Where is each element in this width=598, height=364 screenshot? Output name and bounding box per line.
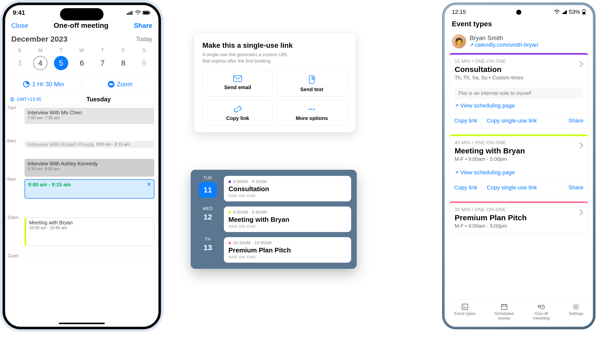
slot-close-icon[interactable]: ✕ [147, 181, 151, 188]
event-type-list[interactable]: 15 MIN • ONE-ON-ONE Consultation Th, Th,… [445, 53, 593, 283]
calendar-icon [501, 303, 508, 310]
android-mock: 12:15 53% Event types 🧑 Bryan Smith cale… [442, 3, 595, 329]
timezone-button[interactable]: GMT+13:45 [17, 97, 41, 102]
view-scheduling-link[interactable]: View scheduling page [450, 166, 588, 180]
weekday: TUE [203, 176, 212, 180]
close-button[interactable]: Close [11, 22, 28, 30]
external-link-icon [455, 104, 459, 108]
calendar-event[interactable]: Interview With Mo Chen 7:00 am- 7:30 am [25, 108, 154, 124]
event-type-card: 15 MIN • ONE-ON-ONE Consultation Th, Th,… [449, 53, 588, 128]
tab-label: Settings [569, 311, 583, 316]
today-button[interactable]: Today [136, 35, 152, 43]
status-time: 12:15 [452, 9, 466, 15]
svg-rect-7 [150, 12, 150, 14]
tab-scheduled-events[interactable]: Scheduled events [494, 303, 514, 321]
share-button[interactable]: Share [564, 113, 588, 128]
tab-one-off-meeting[interactable]: One-off meeeting [533, 303, 550, 321]
svg-point-17 [314, 109, 315, 110]
avatar[interactable]: 🧑 [452, 34, 466, 48]
date-number[interactable]: 12 [203, 213, 212, 221]
tab-event-types[interactable]: Event types [454, 303, 476, 321]
svg-rect-21 [583, 9, 584, 10]
date-cell[interactable]: 8 [116, 56, 130, 70]
month-row: December 2023 Today [5, 32, 158, 46]
event-type-meta: 30 MIN • ONE-ON-ONE [455, 207, 583, 212]
event-name: Premium Plan Pitch [228, 246, 347, 254]
calendar-event[interactable]: Interview With Robert Pineda 8:00 am - 8… [25, 141, 154, 148]
send-text-option[interactable]: Send text [277, 70, 347, 97]
date-number[interactable]: 13 [203, 243, 212, 252]
hour-label: 7am [7, 105, 16, 111]
date-cell[interactable]: 9 [137, 56, 151, 70]
event-card[interactable]: 9:00AM - 9:15AM Consultation ONE-ON-ONE [224, 176, 351, 201]
color-dot [228, 180, 231, 183]
color-dot [228, 242, 231, 244]
user-name: Bryan Smith [470, 34, 538, 42]
color-dot [228, 211, 231, 214]
page-title: Event types [445, 17, 593, 33]
svg-line-37 [574, 308, 574, 309]
date-cell[interactable]: 7 [95, 56, 110, 70]
svg-point-16 [311, 109, 313, 110]
ellipsis-icon [307, 106, 316, 113]
svg-rect-25 [501, 305, 507, 310]
duration-picker[interactable]: 1 Hr 30 Min [5, 75, 82, 93]
svg-rect-1 [128, 13, 129, 15]
event-type-sub: Th, Th, Sa, Su • Custom times [455, 75, 583, 81]
svg-line-35 [574, 305, 574, 305]
view-scheduling-link[interactable]: View scheduling page [450, 99, 588, 113]
event-card[interactable]: 9:00AM - 9:45AM Meeting with Bryan ONE-O… [224, 207, 351, 232]
svg-point-30 [575, 306, 577, 308]
tab-settings[interactable]: Settings [569, 303, 583, 321]
location-picker[interactable]: Zoom [82, 75, 159, 93]
svg-rect-10 [109, 83, 112, 85]
svg-point-23 [463, 306, 464, 307]
tab-label: One-off meeeting [533, 311, 550, 321]
copy-link-button[interactable]: Copy link [450, 113, 482, 128]
user-url[interactable]: calendly.com/smith-bryan [470, 42, 538, 48]
copy-link-option[interactable]: Copy link [202, 100, 273, 126]
date-chip-selected[interactable]: 11 [199, 182, 216, 198]
hour-label: 10am [7, 215, 19, 220]
location-label: Zoom [117, 81, 133, 88]
event-type-meta: 45 MIN • ONE-ON-ONE [455, 140, 583, 145]
date-cell[interactable]: 6 [75, 56, 89, 70]
svg-rect-22 [462, 304, 468, 310]
share-button[interactable]: Share [564, 180, 588, 195]
option-label: Copy link [226, 115, 249, 121]
battery-percent: 53% [569, 9, 580, 15]
wifi-icon [554, 10, 560, 14]
hour-label: 9am [7, 177, 16, 182]
date-cell-today[interactable]: 4 [33, 56, 48, 70]
more-options[interactable]: More options [277, 100, 347, 126]
chevron-right-icon [579, 60, 584, 68]
notch [60, 8, 103, 20]
event-type-card: 30 MIN • ONE-ON-ONE Premium Plan Pitch M… [449, 201, 588, 233]
signal-icon [127, 11, 133, 15]
svg-rect-6 [143, 11, 149, 14]
event-name: Consultation [228, 185, 347, 193]
date-cell[interactable]: 3 [13, 56, 27, 70]
event-card[interactable]: 10:30AM - 10:45AM Premium Plan Pitch ONE… [224, 237, 351, 263]
dow: W [73, 47, 91, 53]
event-time: 10:00 am - 10:45 am [29, 226, 151, 230]
svg-line-38 [578, 305, 578, 305]
calendar-event[interactable]: Interview With Ashley Kennedy 8:30 am- 9… [25, 159, 154, 177]
selected-slot[interactable]: 9:00 am - 9:15 am ✕ [25, 179, 154, 199]
date-cell-selected[interactable]: 5 [54, 56, 68, 70]
dow: S [11, 47, 29, 53]
share-button[interactable]: Share [134, 22, 152, 30]
copy-single-use-button[interactable]: Copy single-use link [482, 113, 542, 128]
copy-single-use-button[interactable]: Copy single-use link [482, 180, 542, 195]
calendar-event[interactable]: Meeting with Bryan 10:00 am - 10:45 am [25, 217, 154, 246]
event-type-header[interactable]: 45 MIN • ONE-ON-ONE Meeting with Bryan M… [450, 136, 588, 166]
copy-link-button[interactable]: Copy link [450, 180, 482, 195]
event-type-header[interactable]: 15 MIN • ONE-ON-ONE Consultation Th, Th,… [450, 55, 588, 84]
home-indicator[interactable] [59, 323, 105, 324]
svg-point-4 [137, 14, 139, 15]
schedule-grid[interactable]: 7am 8am 9am 10am 11am Interview With Mo … [5, 105, 158, 269]
option-label: Send email [224, 84, 251, 90]
send-email-option[interactable]: Send email [202, 70, 273, 97]
svg-line-36 [578, 308, 578, 309]
event-type-header[interactable]: 30 MIN • ONE-ON-ONE Premium Plan Pitch M… [450, 203, 588, 233]
